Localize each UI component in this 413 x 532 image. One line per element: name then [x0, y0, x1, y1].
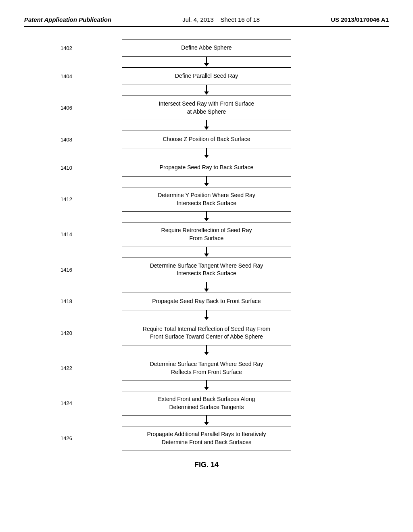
step-label-1402: 1402 [60, 45, 72, 51]
flow-box-1404: Define Parallel Seed Ray [122, 67, 291, 85]
arrow-head [204, 352, 209, 355]
flow-box-1406: Intersect Seed Ray with Front Surface at… [122, 96, 291, 120]
flow-box-1426: Propagate Additional Parallel Rays to It… [122, 426, 291, 451]
flow-item-1418: 1418Propagate Seed Ray Back to Front Sur… [24, 293, 389, 310]
flow-box-1424: Extend Front and Back Surfaces Along Det… [122, 391, 291, 416]
flow-box-1410: Propagate Seed Ray to Back Surface [122, 159, 291, 177]
step-label-1414: 1414 [60, 231, 72, 237]
flow-item-1422: 1422Determine Surface Tangent Where Seed… [24, 356, 389, 380]
arrow-head [204, 422, 209, 425]
flow-item-1402: 1402Define Abbe Sphere [24, 39, 389, 57]
step-label-1424: 1424 [60, 400, 72, 406]
fig-label: FIG. 14 [24, 461, 389, 469]
arrow-5 [204, 212, 209, 222]
header-date: Jul. 4, 2013 [182, 16, 214, 23]
arrow-8 [204, 310, 209, 321]
arrow-3 [204, 148, 209, 159]
arrow-2 [204, 120, 209, 131]
step-label-1404: 1404 [60, 73, 72, 79]
arrow-stem [206, 416, 207, 422]
arrow-stem [206, 247, 207, 254]
arrow-head [204, 254, 209, 257]
arrow-11 [204, 416, 209, 426]
arrow-6 [204, 247, 209, 258]
step-label-1406: 1406 [60, 105, 72, 111]
header-left: Patent Application Publication [24, 16, 111, 23]
flow-item-1416: 1416Determine Surface Tangent Where Seed… [24, 258, 389, 282]
arrow-stem [206, 345, 207, 352]
arrow-head [204, 63, 209, 66]
flow-item-1424: 1424Extend Front and Back Surfaces Along… [24, 391, 389, 416]
arrow-head [204, 289, 209, 292]
arrow-stem [206, 57, 207, 63]
step-label-1420: 1420 [60, 330, 72, 336]
step-label-1412: 1412 [60, 196, 72, 202]
flow-box-1422: Determine Surface Tangent Where Seed Ray… [122, 356, 291, 380]
flow-item-1410: 1410Propagate Seed Ray to Back Surface [24, 159, 389, 177]
flow-item-1408: 1408Choose Z Position of Back Surface [24, 131, 389, 148]
arrow-1 [204, 85, 209, 96]
flow-box-1408: Choose Z Position of Back Surface [122, 131, 291, 148]
flow-item-1406: 1406Intersect Seed Ray with Front Surfac… [24, 96, 389, 120]
flow-item-1404: 1404Define Parallel Seed Ray [24, 67, 389, 85]
flow-box-1420: Require Total Internal Reflection of See… [122, 321, 291, 345]
header-right: US 2013/0170046 A1 [331, 16, 389, 23]
arrow-0 [204, 57, 209, 67]
arrow-9 [204, 345, 209, 356]
flow-box-1418: Propagate Seed Ray Back to Front Surface [122, 293, 291, 310]
arrow-7 [204, 282, 209, 293]
step-label-1410: 1410 [60, 165, 72, 171]
arrow-head [204, 155, 209, 158]
arrow-head [204, 317, 209, 320]
flow-box-1416: Determine Surface Tangent Where Seed Ray… [122, 258, 291, 282]
arrow-stem [206, 120, 207, 127]
flow-item-1420: 1420Require Total Internal Reflection of… [24, 321, 389, 345]
arrow-head [204, 91, 209, 95]
flowchart: 1402Define Abbe Sphere1404Define Paralle… [24, 39, 389, 451]
arrow-head [204, 127, 209, 130]
header: Patent Application Publication Jul. 4, 2… [24, 16, 389, 27]
flow-item-1414: 1414Require Retroreflection of Seed Ray … [24, 222, 389, 247]
step-label-1426: 1426 [60, 435, 72, 441]
flow-box-1412: Determine Y Position Where Seed Ray Inte… [122, 187, 291, 212]
step-label-1408: 1408 [60, 137, 72, 143]
arrow-stem [206, 85, 207, 91]
page: Patent Application Publication Jul. 4, 2… [0, 0, 413, 532]
flow-box-1402: Define Abbe Sphere [122, 39, 291, 57]
header-sheet: Sheet 16 of 18 [221, 16, 260, 23]
arrow-head [204, 183, 209, 186]
arrow-stem [206, 380, 207, 387]
arrow-head [204, 218, 209, 221]
arrow-stem [206, 310, 207, 317]
step-label-1422: 1422 [60, 365, 72, 371]
arrow-head [204, 387, 209, 390]
arrow-stem [206, 148, 207, 155]
step-label-1416: 1416 [60, 267, 72, 273]
arrow-stem [206, 177, 207, 183]
header-center: Jul. 4, 2013 Sheet 16 of 18 [182, 16, 260, 23]
arrow-stem [206, 212, 207, 218]
flow-box-1414: Require Retroreflection of Seed Ray From… [122, 222, 291, 247]
arrow-stem [206, 282, 207, 289]
flow-item-1412: 1412Determine Y Position Where Seed Ray … [24, 187, 389, 212]
flow-item-1426: 1426Propagate Additional Parallel Rays t… [24, 426, 389, 451]
arrow-4 [204, 177, 209, 187]
step-label-1418: 1418 [60, 298, 72, 304]
arrow-10 [204, 380, 209, 391]
